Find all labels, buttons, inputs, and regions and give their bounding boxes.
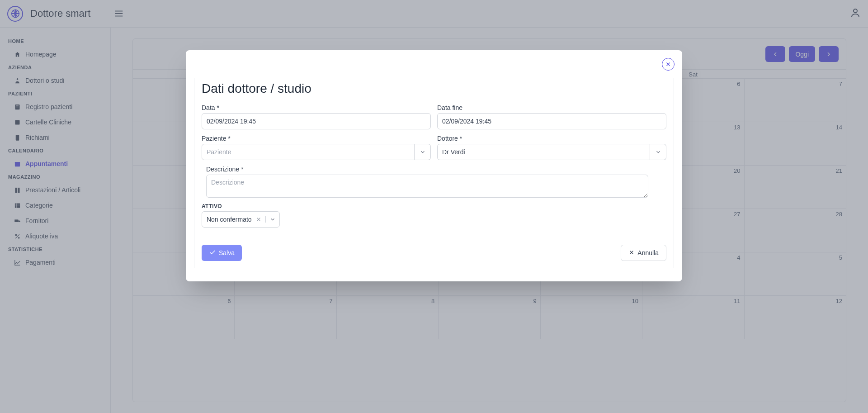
modal-overlay[interactable]: Dati dottore / studio Data * Data fine P…: [0, 0, 868, 413]
attivo-chevron-icon[interactable]: [265, 216, 276, 223]
label-data-fine: Data fine: [437, 104, 666, 111]
field-data-fine: Data fine: [437, 104, 666, 129]
modal-footer: Salva Annulla: [202, 245, 666, 261]
field-paziente: Paziente *: [202, 135, 431, 160]
attivo-value: Non confermato: [207, 216, 252, 223]
input-dottore[interactable]: [437, 144, 650, 160]
close-icon: [628, 249, 635, 257]
cancel-button[interactable]: Annulla: [621, 245, 666, 261]
label-descrizione: Descrizione *: [206, 166, 648, 173]
field-data: Data *: [202, 104, 431, 129]
save-button-label: Salva: [219, 249, 235, 256]
modal-close-button[interactable]: [662, 58, 675, 71]
attivo-clear-icon[interactable]: [255, 216, 262, 223]
select-attivo[interactable]: Non confermato: [202, 211, 280, 228]
label-dottore: Dottore *: [437, 135, 666, 142]
input-data[interactable]: [202, 113, 431, 129]
label-paziente: Paziente *: [202, 135, 431, 142]
input-data-fine[interactable]: [437, 113, 666, 129]
label-attivo: ATTIVO: [202, 203, 666, 209]
field-descrizione: Descrizione *: [202, 166, 666, 198]
cancel-button-label: Annulla: [637, 249, 659, 256]
input-descrizione[interactable]: [206, 175, 648, 198]
input-paziente[interactable]: [202, 144, 415, 160]
save-button[interactable]: Salva: [202, 245, 242, 261]
field-dottore: Dottore *: [437, 135, 666, 160]
label-data: Data *: [202, 104, 431, 111]
paziente-dropdown-button[interactable]: [415, 144, 431, 160]
modal-dialog: Dati dottore / studio Data * Data fine P…: [186, 50, 682, 281]
check-icon: [209, 249, 216, 257]
modal-body: Dati dottore / studio Data * Data fine P…: [194, 78, 674, 268]
dottore-dropdown-button[interactable]: [650, 144, 666, 160]
modal-title: Dati dottore / studio: [202, 78, 666, 104]
